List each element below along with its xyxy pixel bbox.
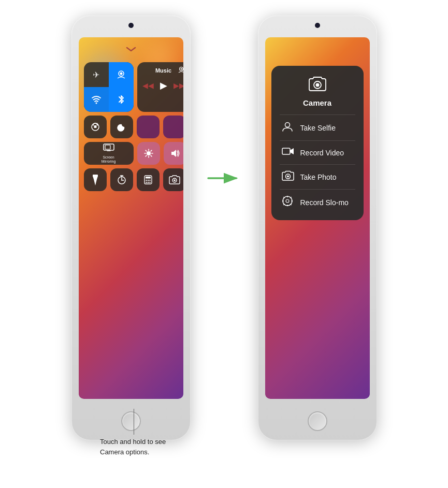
do-not-disturb-button[interactable] xyxy=(110,116,133,138)
svg-point-31 xyxy=(149,182,150,183)
left-screen: ✈ xyxy=(79,37,183,399)
device-camera-right xyxy=(315,23,320,28)
record-slomo-label: Record Slo-mo xyxy=(300,198,349,207)
calculator-button[interactable] xyxy=(137,168,160,191)
take-photo-item[interactable]: Take Photo xyxy=(280,164,355,189)
bluetooth-button[interactable] xyxy=(109,87,134,112)
svg-point-28 xyxy=(149,180,150,181)
svg-point-30 xyxy=(147,182,148,183)
camera-button[interactable] xyxy=(163,168,183,191)
airplane-mode-button[interactable]: ✈ xyxy=(84,62,109,87)
svg-point-29 xyxy=(146,182,147,183)
camera-popup: Camera Take Selfie xyxy=(271,66,364,220)
volume-button[interactable] xyxy=(164,142,183,165)
connectivity-block[interactable]: ✈ xyxy=(84,62,134,112)
record-video-icon xyxy=(282,147,293,159)
svg-point-27 xyxy=(147,180,148,181)
chevron-down-icon[interactable] xyxy=(123,47,139,52)
camera-popup-title: Camera xyxy=(303,98,331,107)
home-button-right[interactable] xyxy=(308,411,327,431)
record-video-item[interactable]: Record Video xyxy=(280,140,355,164)
take-selfie-label: Take Selfie xyxy=(300,124,336,132)
svg-line-14 xyxy=(146,150,147,151)
right-device: Camera Take Selfie xyxy=(258,16,377,440)
svg-point-1 xyxy=(120,73,122,75)
svg-rect-6 xyxy=(94,125,96,128)
svg-line-15 xyxy=(151,155,152,156)
svg-point-2 xyxy=(95,103,97,104)
flashlight-button[interactable] xyxy=(84,168,107,191)
play-button[interactable]: ▶ xyxy=(160,80,167,91)
record-slomo-item[interactable]: Record Slo-mo xyxy=(280,189,355,215)
svg-line-17 xyxy=(146,155,147,156)
svg-rect-8 xyxy=(105,145,110,149)
svg-point-9 xyxy=(147,151,151,155)
camera-popup-header: Camera xyxy=(280,76,355,107)
callout-container: Touch and hold to see Camera options. xyxy=(100,409,167,457)
screen-mirror-icon xyxy=(103,143,114,153)
svg-rect-18 xyxy=(93,175,98,177)
arrow-icon xyxy=(206,171,242,185)
selfie-icon xyxy=(282,121,293,135)
forward-button[interactable]: ▶▶ xyxy=(174,81,183,90)
left-device: ✈ xyxy=(71,16,191,440)
airplay-button[interactable] xyxy=(109,62,134,87)
control-center-grid: ✈ xyxy=(84,62,178,191)
timer-button[interactable] xyxy=(110,168,133,191)
svg-point-41 xyxy=(287,176,289,178)
slomo-icon xyxy=(282,195,293,209)
rewind-button[interactable]: ◀◀ xyxy=(142,81,154,90)
svg-point-33 xyxy=(174,179,176,181)
screen-mirroring-label: ScreenMirroring xyxy=(102,155,116,163)
svg-rect-39 xyxy=(282,148,290,154)
arrow-container xyxy=(206,16,242,185)
orientation-lock-button[interactable] xyxy=(84,116,107,138)
control-3-button[interactable] xyxy=(137,116,160,138)
right-screen: Camera Take Selfie xyxy=(265,37,370,399)
music-airplay-icon[interactable] xyxy=(178,66,183,75)
svg-rect-25 xyxy=(146,177,151,179)
control-4-button[interactable] xyxy=(163,116,183,138)
svg-point-38 xyxy=(285,123,290,127)
music-controls: ◀◀ ▶ ▶▶ xyxy=(142,80,183,91)
take-selfie-item[interactable]: Take Selfie xyxy=(280,114,355,140)
svg-point-4 xyxy=(180,68,182,70)
svg-point-37 xyxy=(315,83,319,87)
callout-line xyxy=(134,409,134,435)
screen-mirroring-button[interactable]: ScreenMirroring xyxy=(84,142,134,165)
camera-popup-icon xyxy=(308,76,327,95)
svg-line-16 xyxy=(151,150,152,151)
record-video-label: Record Video xyxy=(300,149,344,157)
svg-point-26 xyxy=(146,180,147,181)
brightness-button[interactable] xyxy=(137,142,160,165)
svg-point-51 xyxy=(286,199,289,203)
wifi-button[interactable] xyxy=(84,87,109,112)
take-photo-icon xyxy=(282,170,293,183)
device-camera-left xyxy=(128,23,134,28)
callout-text: Touch and hold to see Camera options. xyxy=(100,437,167,457)
take-photo-label: Take Photo xyxy=(300,173,337,181)
music-block[interactable]: Music ◀◀ ▶ ▶▶ xyxy=(137,62,183,112)
